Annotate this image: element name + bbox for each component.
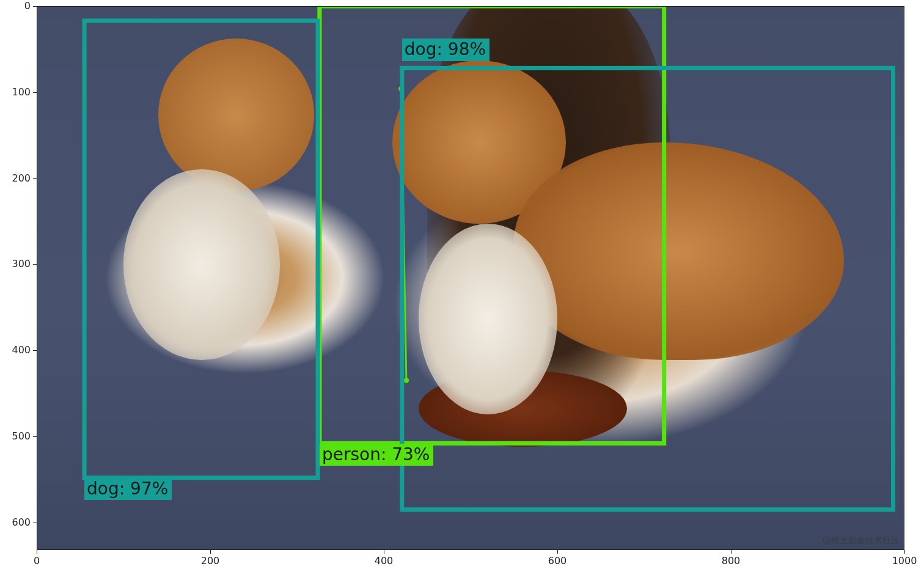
x-tick-label: 600	[548, 556, 567, 566]
x-tick-mark	[37, 550, 37, 554]
y-tick-label: 0	[24, 1, 31, 11]
y-tick-mark	[33, 350, 37, 351]
y-tick-mark	[33, 264, 37, 265]
x-tick-mark	[731, 550, 732, 554]
bbox-label-person: person: 73%	[320, 444, 434, 466]
y-tick-mark	[33, 436, 37, 437]
y-tick-label: 100	[12, 87, 31, 97]
x-tick-mark	[904, 550, 905, 554]
bbox-label-dog-2: dog: 98%	[402, 39, 490, 61]
y-tick-mark	[33, 6, 37, 7]
x-tick-label: 1000	[892, 556, 917, 566]
x-tick-mark	[557, 550, 558, 554]
overlay-svg	[37, 6, 904, 550]
x-tick-mark	[384, 550, 384, 554]
y-tick-label: 500	[12, 431, 31, 441]
y-tick-mark	[33, 92, 37, 93]
y-tick-label: 200	[12, 174, 31, 183]
x-tick-label: 0	[34, 556, 40, 566]
y-tick-mark	[33, 523, 37, 523]
x-tick-label: 200	[201, 556, 220, 566]
bbox-label-dog-1: dog: 97%	[84, 478, 172, 500]
figure: dog: 97% dog: 98% person: 73% 0 200 400 …	[0, 0, 924, 580]
y-tick-label: 600	[12, 518, 31, 527]
y-tick-label: 400	[12, 345, 31, 355]
axes-area: dog: 97% dog: 98% person: 73% 0 200 400 …	[37, 6, 904, 550]
bbox-dog-1	[84, 21, 318, 478]
y-tick-mark	[33, 178, 37, 179]
x-tick-label: 400	[375, 556, 394, 566]
y-tick-label: 300	[12, 259, 31, 269]
x-tick-mark	[210, 550, 211, 554]
overlay-polyline-pt	[404, 378, 409, 383]
bbox-person	[320, 6, 664, 443]
x-tick-label: 800	[722, 556, 741, 566]
